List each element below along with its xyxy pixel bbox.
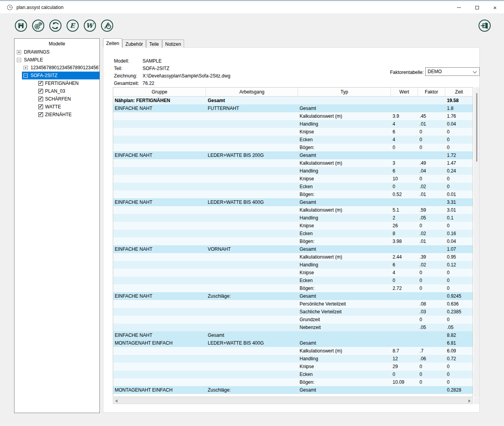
checked-checkbox-icon[interactable] (38, 97, 43, 101)
factor-table-dropdown[interactable]: DEMO (425, 67, 480, 76)
table-row[interactable]: Grundzeit00 (113, 316, 473, 324)
table-row[interactable]: Ecken0.020 (113, 183, 473, 191)
expand-plus-icon[interactable]: + (23, 66, 28, 70)
tab-notizen[interactable]: Notizen (162, 40, 184, 48)
table-row[interactable]: Kalkulationswert (m)3.9.451.76 (113, 112, 473, 120)
table-row[interactable]: Kalkulationswert (m)2.44.390.95 (113, 253, 473, 261)
table-cell (418, 292, 445, 300)
table-row[interactable]: Handling6.020.12 (113, 261, 473, 269)
tree-item-plan-03[interactable]: PLAN_03 (14, 87, 99, 95)
table-cell (391, 151, 418, 159)
table-cell: FUTTERNAHT (206, 104, 298, 112)
table-row[interactable]: EINFACHE NAHTVORNAHTGesamt1.07 (113, 245, 473, 253)
table-row[interactable]: Handling6.040.24 (113, 167, 473, 175)
info-value: X:\Devel\assyplan\Sample\Sofa-2Sitz.dwg (143, 73, 230, 79)
tree-item-123456789012[interactable]: +123456789012345678901234567890123456789… (14, 64, 99, 72)
table-row[interactable]: Kalkulationswert (m)3.491.47 (113, 159, 473, 167)
horizontal-scrollbar[interactable] (113, 397, 473, 404)
column-header-wert[interactable]: Wert (391, 88, 418, 96)
tab-zubeh-r[interactable]: Zubehör (122, 40, 146, 48)
table-row[interactable]: Knipse2600 (113, 222, 473, 230)
table-cell (391, 97, 418, 104)
table-row[interactable]: Knipse1000 (113, 175, 473, 183)
checked-checkbox-icon[interactable] (38, 104, 43, 109)
table-row[interactable]: Knipse400 (113, 269, 473, 277)
edit-time-button[interactable] (101, 20, 113, 32)
table-cell: Persönliche Verteilzeit (298, 300, 391, 308)
table-row[interactable]: EINFACHE NAHTLEDER+WATTE BIS 200GGesamt1… (113, 151, 473, 159)
column-header-typ[interactable]: Typ (298, 88, 391, 96)
table-row[interactable]: Ecken8.020.16 (113, 230, 473, 237)
grid-header: GruppeArbeitsgangTypWertFaktorZeit (113, 88, 473, 97)
checked-checkbox-icon[interactable] (38, 89, 43, 93)
table-cell: 3.31 (445, 198, 473, 206)
save-button[interactable] (15, 20, 27, 32)
table-cell: .05 (418, 214, 445, 222)
table-row[interactable]: Kalkulationswert (m)8.7.76.09 (113, 347, 473, 355)
refresh-icon (50, 20, 61, 31)
table-row[interactable]: Sachliche Verteilzeit.030.2385 (113, 308, 473, 316)
settings-button[interactable] (32, 20, 44, 32)
tree-item-ziern-hte[interactable]: ZIERNÄHTE (14, 111, 99, 119)
column-header-faktor[interactable]: Faktor (418, 88, 445, 96)
scroll-left-arrow-icon[interactable] (115, 399, 117, 403)
table-row[interactable]: Bögen:000 (113, 144, 473, 151)
table-row[interactable]: EINFACHE NAHTGesamt8.82 (113, 331, 473, 339)
column-header-zeit[interactable]: Zeit (445, 88, 473, 96)
letter-w-button[interactable]: W (84, 20, 96, 32)
table-cell: 0 (418, 128, 445, 136)
tab-zeiten[interactable]: Zeiten (103, 38, 122, 48)
close-button[interactable]: × (486, 2, 504, 13)
scroll-right-arrow-icon[interactable] (468, 399, 471, 403)
table-cell: 3.98 (391, 237, 418, 245)
table-row[interactable]: Kalkulationswert (m)5.1.593.01 (113, 206, 473, 214)
table-row[interactable]: Knipse2900 (113, 363, 473, 370)
table-row[interactable]: EINFACHE NAHTLEDER+WATTE BIS 400GGesamt3… (113, 198, 473, 206)
tab-teile[interactable]: Teile (146, 40, 162, 48)
table-row[interactable]: Bögen:3.98.010.04 (113, 237, 473, 245)
collapse-minus-icon[interactable]: − (23, 74, 28, 78)
table-row[interactable]: Bögen:10.0900 (113, 378, 473, 386)
exit-button[interactable] (479, 20, 491, 32)
table-row[interactable]: Ecken000 (113, 277, 473, 284)
tree-item-sample[interactable]: −SAMPLE (14, 56, 99, 64)
table-row[interactable]: Ecken400 (113, 136, 473, 144)
info-row-zeichnung: Zeichnung:X:\Devel\assyplan\Sample\Sofa-… (114, 72, 230, 79)
tree-item-drawings[interactable]: +DRAWINGS (14, 48, 99, 56)
tree-item-sofa-2sitz[interactable]: −SOFA-2SITZ (14, 72, 99, 79)
column-header-arbeitsgang[interactable]: Arbeitsgang (206, 88, 298, 96)
table-row[interactable]: Bögen:2.7200 (113, 284, 473, 292)
table-row[interactable]: MONTAGENAHT EINFACHZuschläge:Gesamt0.282… (113, 386, 473, 394)
vertical-scrollbar-thumb[interactable] (476, 93, 477, 162)
info-row-modell: Modell:SAMPLE (114, 57, 230, 65)
model-info-block: Modell:SAMPLETeil:SOFA-2SITZZeichnung:X:… (114, 57, 230, 87)
tree-item-fertign-hen[interactable]: FERTIGNÄHEN (14, 79, 99, 87)
tree-item-watte[interactable]: WATTE (14, 103, 99, 111)
table-cell: .04 (418, 167, 445, 175)
table-row[interactable]: Ecken000 (113, 370, 473, 378)
checked-checkbox-icon[interactable] (38, 81, 43, 86)
table-row[interactable]: Handling2.050.1 (113, 214, 473, 222)
minimize-button[interactable] (450, 2, 468, 13)
table-row[interactable]: Handling4.010.04 (113, 120, 473, 128)
column-header-gruppe[interactable]: Gruppe (113, 88, 206, 96)
exit-icon (479, 20, 490, 31)
expand-plus-icon[interactable]: + (17, 50, 21, 54)
table-cell (391, 316, 418, 324)
table-row[interactable]: MONTAGENAHT EINFACHLEDER+WATTE BIS 400GG… (113, 339, 473, 347)
vertical-scrollbar[interactable] (474, 87, 479, 397)
table-row[interactable]: EINFACHE NAHTZuschläge:Gesamt0.9245 (113, 292, 473, 300)
table-row[interactable]: Persönliche Verteilzeit.080.636 (113, 300, 473, 308)
maximize-button[interactable] (468, 2, 486, 13)
table-row[interactable]: Nebenzeit.05.05 (113, 324, 473, 331)
table-row[interactable]: EINFACHE NAHTFUTTERNAHTGesamt1.8 (113, 104, 473, 112)
table-row[interactable]: Knipse600 (113, 128, 473, 136)
tree-item-sch-rfen[interactable]: SCHÄRFEN (14, 95, 99, 103)
checked-checkbox-icon[interactable] (38, 112, 43, 117)
refresh-button[interactable] (49, 20, 61, 32)
letter-e-button[interactable]: E (67, 20, 79, 32)
table-row[interactable]: Nähplan: FERTIGNÄHENGesamt19.58 (113, 97, 473, 104)
collapse-minus-icon[interactable]: − (17, 58, 21, 62)
table-row[interactable]: Bögen:0.52.010.01 (113, 191, 473, 198)
table-row[interactable]: Handling12.060.72 (113, 355, 473, 363)
